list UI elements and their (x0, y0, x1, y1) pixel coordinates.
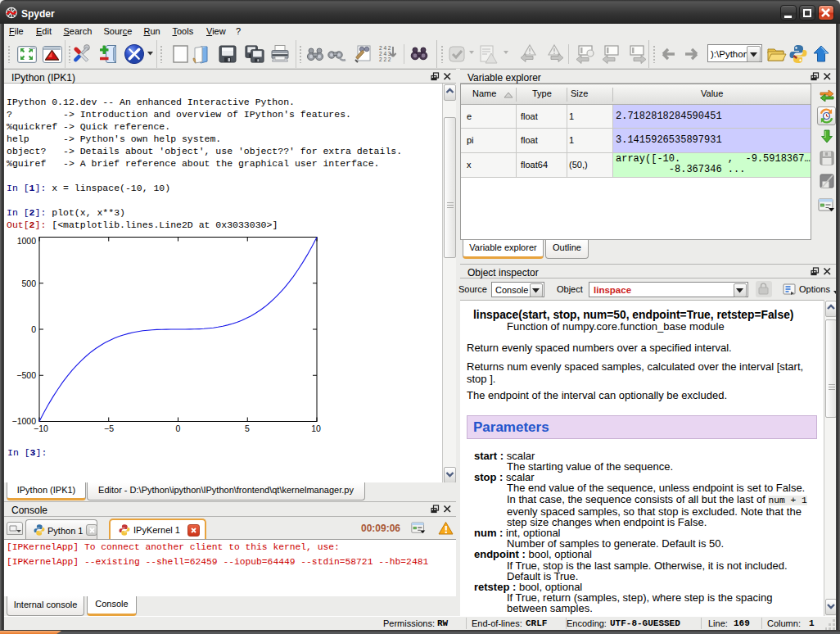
svg-text:2 2 2: 2 2 2 (379, 57, 391, 62)
svg-text:500: 500 (21, 279, 36, 288)
svg-text:−1000: −1000 (12, 416, 37, 426)
svg-text:2 4 3: 2 4 3 (379, 51, 391, 57)
svg-text:2 4 2: 2 4 2 (379, 45, 391, 51)
svg-text:0: 0 (176, 423, 181, 433)
svg-text:5: 5 (245, 423, 250, 433)
svg-text:10: 10 (311, 423, 321, 433)
svg-text:0: 0 (31, 324, 36, 334)
svg-text:−10: −10 (34, 423, 48, 433)
svg-text:−5: −5 (104, 423, 114, 433)
svg-text:−500: −500 (16, 370, 36, 380)
svg-text:1000: 1000 (17, 236, 37, 246)
